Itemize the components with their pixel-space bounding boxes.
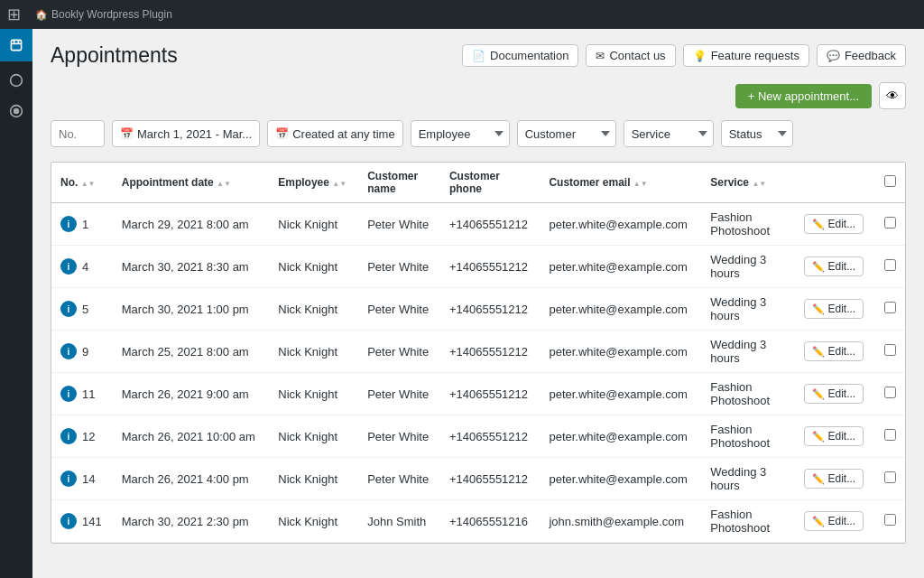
row-info-icon[interactable]: i xyxy=(60,301,77,317)
row-service: Wedding 3 hours xyxy=(701,458,794,500)
row-actions: ✏️ Edit... xyxy=(795,373,876,415)
table-row: i 11 March 26, 2021 9:00 am Nick Knight … xyxy=(51,373,905,415)
row-checkbox[interactable] xyxy=(884,217,896,228)
select-all-checkbox[interactable] xyxy=(884,175,896,187)
row-info-icon[interactable]: i xyxy=(60,258,77,275)
row-customer-name: Peter White xyxy=(358,331,440,373)
row-checkbox[interactable] xyxy=(884,344,896,356)
row-customer-email: peter.white@example.com xyxy=(540,415,701,458)
wp-logo[interactable]: ⊞ xyxy=(7,5,21,24)
edit-button[interactable]: ✏️ Edit... xyxy=(804,469,864,489)
col-employee-header[interactable]: Employee ▲▼ xyxy=(269,163,358,203)
row-employee: Nick Knight xyxy=(269,331,358,373)
row-info-icon[interactable]: i xyxy=(60,428,77,444)
row-customer-phone: +14065551212 xyxy=(440,373,541,415)
eye-icon: 👁 xyxy=(886,89,899,103)
row-info-icon[interactable]: i xyxy=(60,343,77,359)
row-no-cell: i 9 xyxy=(51,331,113,373)
row-employee: Nick Knight xyxy=(269,203,358,246)
created-at-filter[interactable]: 📅 Created at any time xyxy=(267,120,402,147)
feature-requests-button[interactable]: 💡 Feature requests xyxy=(683,44,809,67)
sidebar-bookly-icon[interactable] xyxy=(0,29,32,61)
edit-button[interactable]: ✏️ Edit... xyxy=(804,256,864,276)
col-customer-email-header[interactable]: Customer email ▲▼ xyxy=(540,163,701,203)
row-no-cell: i 141 xyxy=(51,500,113,543)
row-checkbox-cell[interactable] xyxy=(875,500,905,543)
col-actions-header xyxy=(795,163,876,203)
documentation-button[interactable]: 📄 Documentation xyxy=(462,44,578,67)
calendar-icon: 📅 xyxy=(120,127,134,140)
edit-button[interactable]: ✏️ Edit... xyxy=(804,341,864,361)
row-info-icon[interactable]: i xyxy=(60,216,77,232)
edit-button[interactable]: ✏️ Edit... xyxy=(804,426,864,446)
row-actions: ✏️ Edit... xyxy=(795,331,876,373)
no-filter-input[interactable] xyxy=(51,120,105,147)
edit-icon: ✏️ xyxy=(812,261,825,273)
page-header: Appointments 📄 Documentation ✉ Contact u… xyxy=(51,43,906,68)
date-range-filter[interactable]: 📅 March 1, 2021 - Mar... xyxy=(112,120,260,147)
service-filter[interactable]: Service xyxy=(624,120,714,147)
sidebar-nav-icon-1[interactable] xyxy=(0,65,32,96)
col-date-header[interactable]: Appointment date ▲▼ xyxy=(113,163,270,203)
employee-filter[interactable]: Employee xyxy=(411,120,510,147)
svg-point-4 xyxy=(11,75,23,87)
row-customer-name: Peter White xyxy=(358,288,440,331)
row-checkbox-cell[interactable] xyxy=(875,203,905,246)
row-no: 12 xyxy=(82,430,95,443)
row-checkbox[interactable] xyxy=(884,429,896,441)
feedback-button[interactable]: 💬 Feedback xyxy=(817,44,906,67)
edit-button[interactable]: ✏️ Edit... xyxy=(804,214,864,234)
row-info-icon[interactable]: i xyxy=(60,513,77,529)
row-checkbox-cell[interactable] xyxy=(875,288,905,331)
row-customer-email: peter.white@example.com xyxy=(540,458,701,500)
edit-button[interactable]: ✏️ Edit... xyxy=(804,299,864,319)
row-checkbox[interactable] xyxy=(884,302,896,313)
row-employee: Nick Knight xyxy=(269,373,358,415)
table-row: i 14 March 26, 2021 4:00 pm Nick Knight … xyxy=(51,458,905,500)
edit-button[interactable]: ✏️ Edit... xyxy=(804,384,864,404)
row-checkbox-cell[interactable] xyxy=(875,415,905,458)
row-checkbox-cell[interactable] xyxy=(875,331,905,373)
row-date: March 26, 2021 9:00 am xyxy=(113,373,270,415)
status-filter[interactable]: Status xyxy=(721,120,793,147)
edit-button[interactable]: ✏️ Edit... xyxy=(804,511,864,531)
row-customer-phone: +14065551212 xyxy=(440,458,541,500)
row-checkbox-cell[interactable] xyxy=(875,458,905,500)
row-service: Wedding 3 hours xyxy=(701,246,794,288)
row-actions: ✏️ Edit... xyxy=(795,246,876,288)
admin-bar-site[interactable]: 🏠 Bookly Wordpress Plugin xyxy=(35,8,172,21)
row-checkbox[interactable] xyxy=(884,259,896,271)
row-customer-phone: +14065551212 xyxy=(440,203,541,246)
row-customer-phone: +14065551216 xyxy=(440,500,541,543)
row-checkbox-cell[interactable] xyxy=(875,373,905,415)
row-no-cell: i 5 xyxy=(51,288,113,331)
edit-icon: ✏️ xyxy=(812,516,825,527)
row-customer-name: John Smith xyxy=(358,500,440,543)
row-info-icon[interactable]: i xyxy=(60,386,77,402)
col-check-header[interactable] xyxy=(875,163,905,203)
edit-icon: ✏️ xyxy=(812,303,825,315)
row-customer-phone: +14065551212 xyxy=(440,331,541,373)
row-checkbox[interactable] xyxy=(884,387,896,398)
col-service-header[interactable]: Service ▲▼ xyxy=(701,163,794,203)
sidebar-nav-icon-2[interactable] xyxy=(0,96,32,126)
row-no-cell: i 14 xyxy=(51,458,113,500)
new-appointment-button[interactable]: + New appointment... xyxy=(735,84,872,108)
row-employee: Nick Knight xyxy=(269,288,358,331)
row-no: 11 xyxy=(82,387,95,401)
row-info-icon[interactable]: i xyxy=(60,471,77,487)
row-date: March 30, 2021 2:30 pm xyxy=(113,500,270,543)
row-checkbox[interactable] xyxy=(884,514,896,526)
row-checkbox-cell[interactable] xyxy=(875,246,905,288)
row-date: March 26, 2021 10:00 am xyxy=(113,415,270,458)
visibility-toggle-button[interactable]: 👁 xyxy=(879,82,906,109)
page-title: Appointments xyxy=(51,43,178,68)
appointments-table-wrap: No. ▲▼ Appointment date ▲▼ Employee ▲▼ C… xyxy=(51,162,906,544)
row-customer-phone: +14065551212 xyxy=(440,246,541,288)
col-no-header[interactable]: No. ▲▼ xyxy=(51,163,113,203)
row-checkbox[interactable] xyxy=(884,471,896,483)
contact-us-button[interactable]: ✉ Contact us xyxy=(586,44,675,67)
table-row: i 5 March 30, 2021 1:00 pm Nick Knight P… xyxy=(51,288,905,331)
row-customer-phone: +14065551212 xyxy=(440,415,541,458)
customer-filter[interactable]: Customer xyxy=(517,120,616,147)
